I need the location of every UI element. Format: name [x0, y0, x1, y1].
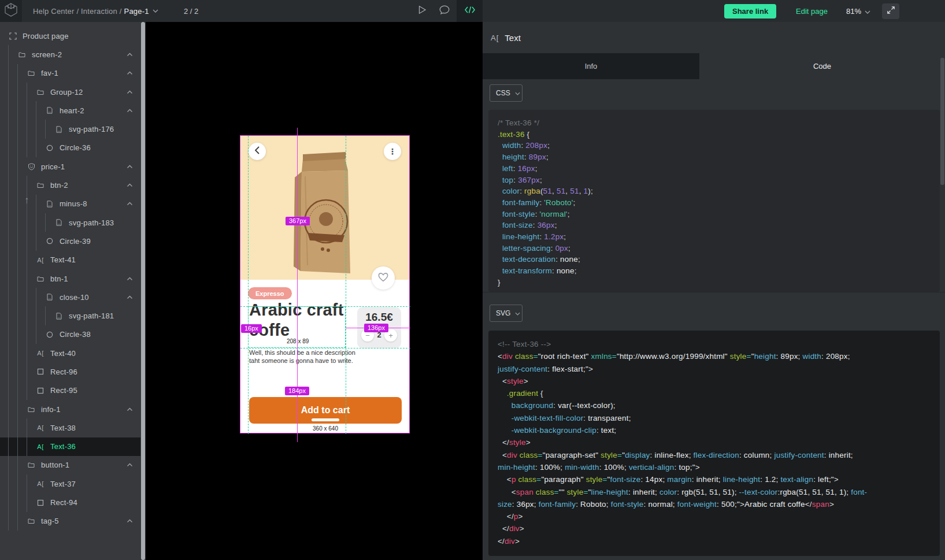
chevron-up-icon[interactable] [127, 295, 133, 299]
measure-label-left: 16px [241, 324, 262, 333]
edit-page-link[interactable]: Edit page [796, 0, 828, 22]
tree-item-label: info-1 [41, 405, 61, 414]
tree-item-fav-1[interactable]: fav-1 [0, 64, 140, 83]
tree-item-Circle-36[interactable]: Circle-36 [0, 139, 140, 157]
tree-item-Text-40[interactable]: A[Text-40 [0, 344, 140, 362]
tree-item-tag-5[interactable]: tag-5 [0, 512, 140, 531]
indent-guide [8, 213, 17, 232]
code-line: justify-content: flex-start;"> [498, 363, 931, 375]
inspector-scrollbar[interactable] [940, 58, 944, 185]
back-button[interactable] [249, 143, 266, 160]
indent-guide [17, 288, 27, 306]
tree-item-Rect-94[interactable]: Rect-94 [0, 493, 140, 511]
folder-icon [27, 462, 36, 468]
tree-item-Product page[interactable]: Product page [0, 27, 140, 45]
text-icon: A[ [36, 480, 45, 487]
tree-item-button-1[interactable]: button-1 [0, 456, 140, 474]
tree-item-minus-8[interactable]: minus-8 [0, 195, 140, 213]
tab-info[interactable]: Info [483, 53, 699, 79]
text-layer-icon: A[ [491, 34, 499, 42]
tree-item-Text-36[interactable]: A[Text-36 [0, 437, 140, 456]
indent-guide [8, 456, 17, 474]
tree-item-info-1[interactable]: info-1 [0, 400, 140, 418]
css-format-dropdown[interactable]: CSS [490, 84, 522, 102]
design-canvas[interactable]: ⋮ Expresso Arabic craft coffe 16.5€ − 2 … [146, 22, 483, 560]
tree-item-Rect-95[interactable]: Rect-95 [0, 381, 140, 400]
tree-item-btn-2[interactable]: btn-2 [0, 176, 140, 194]
tree-item-heart-2[interactable]: heart-2 [0, 101, 140, 120]
chevron-up-icon[interactable] [127, 71, 133, 75]
chevron-up-icon[interactable] [127, 277, 133, 281]
tree-item-Text-37[interactable]: A[Text-37 [0, 474, 140, 493]
share-link-button[interactable]: Share link [724, 4, 776, 18]
indent-guide [27, 251, 36, 269]
svg-format-dropdown[interactable]: SVG [490, 305, 522, 322]
tree-item-label: Group-12 [50, 88, 83, 97]
app-logo[interactable] [0, 0, 22, 22]
indent-guide [8, 157, 17, 176]
tree-item-btn-1[interactable]: btn-1 [0, 269, 140, 288]
chevron-up-icon[interactable] [127, 202, 133, 206]
code-line: /* Text-36 */ [498, 117, 931, 129]
chevron-up-icon[interactable] [127, 519, 133, 523]
tree-item-svg-path-183[interactable]: svg-path-183 [0, 213, 140, 232]
tree-item-svg-path-176[interactable]: svg-path-176 [0, 120, 140, 138]
folder-icon [27, 70, 36, 76]
code-line: letter-spacing: 0px; [498, 243, 931, 254]
tree-item-label: minus-8 [60, 199, 87, 208]
code-line: font-style: 'normal'; [498, 209, 931, 220]
chevron-down-icon [515, 89, 520, 97]
tree-item-Circle-39[interactable]: Circle-39 [0, 232, 140, 250]
chevron-up-icon[interactable] [127, 407, 133, 411]
code-line: font-family: 'Roboto'; [498, 197, 931, 209]
tree-item-Text-38[interactable]: A[Text-38 [0, 418, 140, 437]
tree-item-Group-12[interactable]: Group-12 [0, 83, 140, 101]
code-mode-button[interactable] [457, 0, 483, 22]
tree-item-close-10[interactable]: close-10 [0, 288, 140, 306]
tree-item-svg-path-181[interactable]: svg-path-181 [0, 306, 140, 325]
chevron-up-icon[interactable] [127, 183, 133, 187]
screen-size-label: 360 x 640 [240, 425, 410, 432]
chevron-up-icon[interactable] [127, 109, 133, 113]
tree-item-label: Rect-94 [50, 498, 77, 507]
selection-guide-horizontal-bottom [240, 348, 410, 348]
code-line: top: 367px; [498, 175, 931, 186]
indent-guide [8, 45, 17, 64]
indent-guide [8, 474, 17, 493]
chevron-up-icon[interactable] [127, 53, 133, 57]
tree-item-label: Text-36 [50, 442, 76, 451]
chevron-down-icon[interactable] [153, 9, 158, 13]
tree-item-Rect-96[interactable]: Rect-96 [0, 362, 140, 381]
zoom-level-value: 81% [846, 7, 861, 16]
favorite-button[interactable] [372, 266, 395, 290]
indent-guide [17, 139, 27, 157]
tree-item-Text-41[interactable]: A[Text-41 [0, 251, 140, 269]
comment-button[interactable] [435, 0, 454, 22]
chevron-up-icon[interactable] [127, 165, 133, 169]
indent-guide [36, 325, 45, 344]
tree-item-label: tag-5 [41, 517, 59, 525]
chevron-up-icon[interactable] [127, 90, 133, 94]
tree-item-Circle-38[interactable]: Circle-38 [0, 325, 140, 344]
indent-guide [17, 512, 27, 531]
description-line2: taht someone is gonna have to write. [249, 357, 353, 364]
indent-guide [36, 213, 45, 232]
code-line: line-height: 1.2px; [498, 231, 931, 243]
more-menu-button[interactable]: ⋮ [384, 143, 401, 160]
tree-item-price-1[interactable]: price-1 [0, 157, 140, 176]
tab-code[interactable]: Code [699, 53, 945, 79]
inspector-panel: A[ Text Info Code CSS /* Text-36 */.text… [483, 22, 945, 560]
play-button[interactable] [413, 0, 431, 22]
sidebar-scrollbar[interactable] [141, 22, 145, 560]
chevron-up-icon[interactable] [127, 463, 133, 467]
tree-item-screen-2[interactable]: screen-2 [0, 45, 140, 64]
fullscreen-button[interactable] [882, 3, 899, 19]
layers-tree: Product pagescreen-2fav-1Group-12heart-2… [0, 27, 140, 531]
folder-icon [27, 406, 36, 413]
tree-item-label: Circle-38 [60, 330, 91, 339]
indent-guide [45, 120, 54, 138]
indent-guide [8, 418, 17, 437]
breadcrumb[interactable]: Help Center / Interaction / Page-1 [33, 0, 158, 22]
zoom-level-select[interactable]: 81% [846, 0, 870, 22]
svgfile-icon [54, 126, 64, 133]
